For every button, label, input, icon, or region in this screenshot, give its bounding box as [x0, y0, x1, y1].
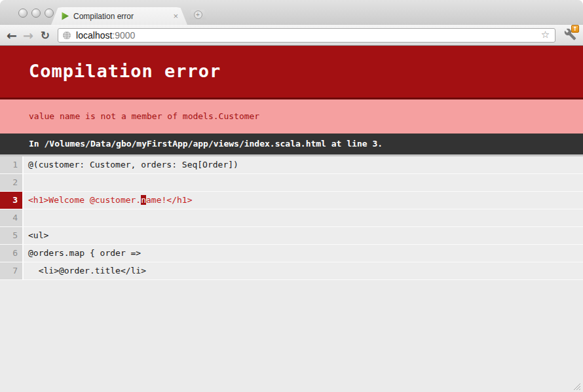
bookmark-star-icon[interactable]: ☆: [541, 30, 550, 40]
error-marker: n: [141, 195, 146, 205]
url-host: localhost: [76, 30, 112, 41]
tab-strip: Compilation error × +: [0, 0, 583, 25]
error-detail-message: value name is not a member of models.Cus…: [0, 99, 583, 134]
line-content: [24, 174, 583, 191]
play-framework-favicon-icon: [61, 12, 69, 20]
line-content: @(customer: Customer, orders: Seq[Order]…: [24, 156, 583, 173]
back-button[interactable]: ←: [7, 28, 17, 43]
line-number: 1: [0, 156, 24, 173]
line-number: 4: [0, 209, 24, 226]
new-tab-button[interactable]: +: [189, 10, 206, 20]
line-content: <li>@order.title</li>: [24, 262, 583, 279]
source-line: 1 @(customer: Customer, orders: Seq[Orde…: [0, 156, 583, 174]
error-page: Compilation error value name is not a me…: [0, 46, 583, 392]
tab-title: Compilation error: [73, 12, 173, 21]
error-location: In /Volumes/Data/gbo/myFirstApp/app/view…: [0, 134, 583, 156]
tab-close-icon[interactable]: ×: [173, 12, 178, 20]
url-port: :9000: [112, 30, 135, 41]
window-minimize-button[interactable]: [31, 9, 41, 18]
source-line: 3 <h1>Welcome @customer.name!</h1>: [0, 192, 583, 209]
source-line: 4: [0, 209, 583, 227]
line-number: 5: [0, 227, 24, 244]
update-badge-icon: ↑: [571, 25, 579, 33]
window-close-button[interactable]: [18, 9, 28, 18]
line-content: <ul>: [24, 227, 583, 244]
wrench-menu-button[interactable]: ↑: [561, 27, 579, 43]
line-content: <h1>Welcome @customer.name!</h1>: [24, 192, 583, 209]
source-line: 2: [0, 174, 583, 192]
tab-compilation-error[interactable]: Compilation error ×: [51, 7, 187, 25]
globe-icon: [62, 31, 71, 40]
line-number: 6: [0, 245, 24, 262]
reload-button[interactable]: ↻: [41, 29, 50, 42]
browser-window: Compilation error × + ← → ↻ localhost:90…: [0, 0, 583, 392]
address-bar[interactable]: localhost:9000 ☆: [58, 28, 555, 43]
line-content: [24, 209, 583, 226]
source-listing: 1 @(customer: Customer, orders: Seq[Orde…: [0, 156, 583, 280]
plus-icon: +: [194, 10, 202, 19]
source-line: 6 @orders.map { order =>: [0, 245, 583, 262]
navigation-toolbar: ← → ↻ localhost:9000 ☆ ↑: [0, 25, 583, 46]
url-text[interactable]: localhost:9000: [76, 30, 541, 41]
forward-button[interactable]: →: [23, 28, 33, 43]
resize-grip-icon[interactable]: [571, 381, 581, 391]
line-number: 7: [0, 262, 24, 279]
line-number: 2: [0, 174, 24, 191]
source-line: 7 <li>@order.title</li>: [0, 262, 583, 280]
source-line: 5 <ul>: [0, 227, 583, 245]
window-zoom-button[interactable]: [45, 9, 54, 18]
line-content: @orders.map { order =>: [24, 245, 583, 262]
line-number: 3: [0, 192, 24, 209]
page-title: Compilation error: [0, 46, 583, 99]
